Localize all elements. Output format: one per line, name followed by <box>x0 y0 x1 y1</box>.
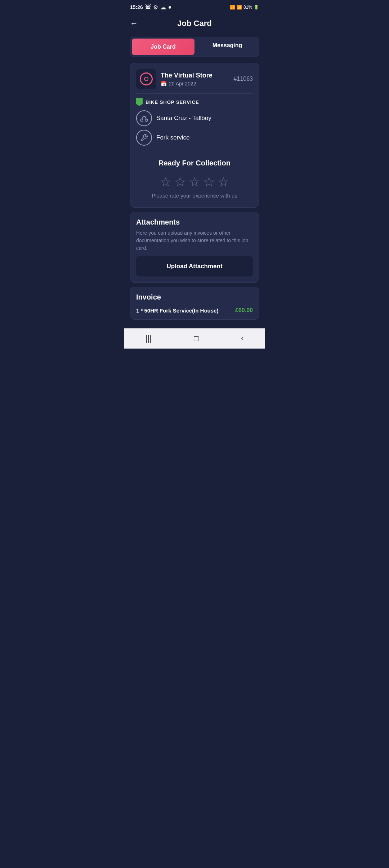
star-3[interactable]: ☆ <box>189 174 200 190</box>
back-button[interactable]: ← <box>130 19 138 28</box>
nav-home-icon[interactable]: □ <box>194 334 198 343</box>
status-gear-icon: ⚙ <box>153 4 158 11</box>
divider-2 <box>136 150 253 150</box>
tab-job-card[interactable]: Job Card <box>132 39 194 55</box>
service-item-bike: Santa Cruz - Tallboy <box>136 110 253 126</box>
attachments-description: Here you can upload any invoices or othe… <box>136 229 253 252</box>
star-4[interactable]: ☆ <box>203 174 215 190</box>
attachments-title: Attachments <box>136 218 253 226</box>
tab-messaging[interactable]: Messaging <box>196 37 259 57</box>
calendar-icon: 📅 <box>161 81 167 87</box>
store-logo-ring <box>140 72 153 85</box>
bottom-nav: ||| □ ‹ <box>124 328 265 349</box>
attachments-card: Attachments Here you can upload any invo… <box>130 212 259 283</box>
wifi-icon: 📶 <box>230 5 235 10</box>
store-header: The Virtual Store 📅 20 Apr 2022 #11063 <box>136 69 253 89</box>
store-date-text: 20 Apr 2022 <box>169 81 196 87</box>
flag-icon <box>136 98 143 106</box>
stars-row: ☆ ☆ ☆ ☆ ☆ <box>136 174 253 190</box>
nav-menu-icon[interactable]: ||| <box>146 334 152 343</box>
signal-icon: 📶 <box>237 5 242 10</box>
service-item-fork: Fork service <box>136 130 253 146</box>
service-fork-text: Fork service <box>156 134 190 141</box>
status-text: Ready For Collection <box>158 159 231 167</box>
tab-bar: Job Card Messaging <box>130 37 259 57</box>
upload-attachment-button[interactable]: Upload Attachment <box>136 256 253 276</box>
store-logo <box>136 69 156 89</box>
status-left: 15:26 🖼 ⚙ ☁ ● <box>130 4 171 11</box>
header: ← Job Card <box>124 14 265 34</box>
service-label: BIKE SHOP SERVICE <box>146 99 199 105</box>
status-cloud-icon: ☁ <box>160 4 166 11</box>
status-bar: 15:26 🖼 ⚙ ☁ ● 📶 📶 81% 🔋 <box>124 0 265 14</box>
job-number: #11063 <box>234 76 253 82</box>
store-info: The Virtual Store 📅 20 Apr 2022 <box>161 72 229 87</box>
divider-1 <box>136 93 253 94</box>
invoice-item-text: 1 * 50HR Fork Service(In House) <box>136 307 218 314</box>
status-time: 15:26 <box>130 4 143 10</box>
star-2[interactable]: ☆ <box>174 174 186 190</box>
page-title: Job Card <box>177 19 211 28</box>
wrench-icon <box>136 130 152 146</box>
invoice-price: £60.00 <box>235 307 253 314</box>
store-name: The Virtual Store <box>161 72 229 79</box>
service-badge: BIKE SHOP SERVICE <box>136 98 253 106</box>
status-photo-icon: 🖼 <box>145 4 151 10</box>
status-icons-right: 📶 📶 81% 🔋 <box>230 5 259 10</box>
rating-prompt: Please rate your experience with us <box>136 192 253 199</box>
status-dot-icon: ● <box>168 4 172 10</box>
invoice-card: Invoice 1 * 50HR Fork Service(In House) … <box>130 287 259 320</box>
nav-back-icon[interactable]: ‹ <box>241 334 243 343</box>
star-1[interactable]: ☆ <box>160 174 171 190</box>
invoice-title: Invoice <box>136 293 253 301</box>
store-logo-dot <box>144 77 148 81</box>
battery-text: 81% <box>243 5 252 10</box>
store-date: 📅 20 Apr 2022 <box>161 81 229 87</box>
bike-icon <box>136 110 152 126</box>
invoice-row: 1 * 50HR Fork Service(In House) £60.00 <box>136 304 253 314</box>
stars-section: ☆ ☆ ☆ ☆ ☆ Please rate your experience wi… <box>136 172 253 201</box>
job-card-info: The Virtual Store 📅 20 Apr 2022 #11063 B… <box>130 63 259 208</box>
star-5[interactable]: ☆ <box>218 174 229 190</box>
service-bike-text: Santa Cruz - Tallboy <box>156 115 211 122</box>
battery-icon: 🔋 <box>254 5 259 10</box>
status-section: Ready For Collection <box>136 155 253 172</box>
main-content: The Virtual Store 📅 20 Apr 2022 #11063 B… <box>124 60 265 323</box>
